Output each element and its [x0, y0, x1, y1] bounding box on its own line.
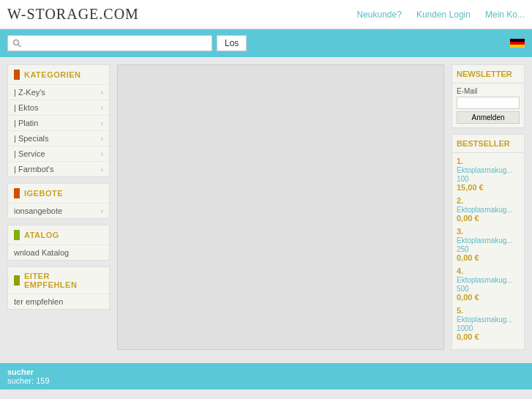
bestseller-body: 1. Ektoplasmakug... 100 15,00 € 2. Ektop…	[452, 153, 524, 349]
categories-header: KATEGORIEN	[8, 65, 109, 84]
subscribe-button[interactable]: Anmelden	[457, 111, 520, 124]
catalog-title: ATALOG	[24, 231, 59, 239]
search-input[interactable]	[24, 38, 185, 48]
category-platin[interactable]: | Platin ›	[8, 115, 109, 130]
chevron-icon: ›	[101, 165, 103, 174]
search-button[interactable]: Los	[217, 35, 247, 51]
nav-links: Neukunde? Kunden Login Mein Ko...	[357, 10, 525, 20]
catalog-section: ATALOG wnload Katalog	[7, 225, 110, 261]
logo: W-STORAGE.COM	[7, 6, 139, 23]
newsletter-section: NEWSLETTER E-Mail Anmelden	[452, 64, 525, 128]
sidebar: KATEGORIEN | Z-Key's › | Ektos › | Plati…	[7, 64, 110, 350]
header: W-STORAGE.COM Neukunde? Kunden Login Mei…	[0, 0, 532, 29]
email-label: E-Mail	[457, 87, 520, 95]
right-sidebar: NEWSLETTER E-Mail Anmelden BESTSELLER 1.…	[452, 64, 525, 350]
bestseller-item-2[interactable]: 2. Ektoplasmakug... 0,00 €	[457, 196, 520, 223]
offers-indicator	[14, 188, 20, 198]
offers-item[interactable]: ionsangebote ›	[8, 203, 109, 218]
login-link[interactable]: Kunden Login	[416, 10, 471, 20]
main-content: KATEGORIEN | Z-Key's › | Ektos › | Plati…	[0, 57, 532, 357]
search-bar: Los	[0, 29, 532, 57]
category-zkeys[interactable]: | Z-Key's ›	[8, 84, 109, 100]
chevron-icon: ›	[101, 207, 103, 215]
catalog-indicator	[14, 230, 20, 240]
footer-label: sucher	[7, 368, 525, 376]
category-ektos[interactable]: | Ektos ›	[8, 100, 109, 115]
chevron-icon: ›	[101, 119, 103, 127]
email-input[interactable]	[457, 97, 520, 109]
bestseller-header: BESTSELLER	[452, 135, 524, 153]
neukunde-link[interactable]: Neukunde?	[357, 10, 402, 20]
category-specials[interactable]: | Specials ›	[8, 130, 109, 146]
chevron-icon: ›	[101, 150, 103, 158]
chevron-icon: ›	[101, 135, 103, 143]
svg-point-0	[14, 40, 19, 45]
bestseller-title: BESTSELLER	[457, 139, 510, 148]
search-input-wrap	[7, 35, 212, 51]
svg-line-1	[18, 45, 20, 47]
konto-link[interactable]: Mein Ko...	[485, 10, 525, 20]
offers-header: IGEBOTE	[8, 184, 109, 203]
language-flag[interactable]	[510, 39, 525, 48]
categories-indicator	[14, 70, 20, 80]
footer-bar: sucher sucher: 159	[0, 363, 532, 389]
bestseller-item-1[interactable]: 1. Ektoplasmakug... 100 15,00 €	[457, 157, 520, 192]
search-icon	[12, 39, 21, 48]
category-service[interactable]: | Service ›	[8, 146, 109, 161]
chevron-icon: ›	[101, 89, 103, 97]
bestseller-section: BESTSELLER 1. Ektoplasmakug... 100 15,00…	[452, 134, 525, 350]
weiter-title: EITER EMPFEHLEN	[24, 272, 103, 289]
bestseller-item-3[interactable]: 3. Ektoplasmakug... 250 0,00 €	[457, 227, 520, 262]
weiter-item[interactable]: ter empfehlen	[8, 294, 109, 309]
bestseller-item-5[interactable]: 5. Ektoplasmakug... 1000 0,00 €	[457, 306, 520, 341]
chevron-icon: ›	[101, 104, 103, 112]
newsletter-body: E-Mail Anmelden	[452, 83, 524, 127]
offers-title: IGEBOTE	[24, 189, 63, 198]
weiter-section: EITER EMPFEHLEN ter empfehlen	[7, 266, 110, 310]
newsletter-title: NEWSLETTER	[457, 70, 512, 78]
catalog-header: ATALOG	[8, 225, 109, 245]
newsletter-header: NEWSLETTER	[452, 65, 524, 83]
bestseller-item-4[interactable]: 4. Ektoplasmakug... 500 0,00 €	[457, 266, 520, 302]
offers-section: IGEBOTE ionsangebote ›	[7, 183, 110, 219]
main-content-area	[117, 64, 444, 350]
category-farmbot[interactable]: | Farmbot's ›	[8, 161, 109, 176]
categories-section: KATEGORIEN | Z-Key's › | Ektos › | Plati…	[7, 64, 110, 177]
catalog-item[interactable]: wnload Katalog	[8, 245, 109, 260]
categories-title: KATEGORIEN	[24, 70, 81, 79]
weiter-header: EITER EMPFEHLEN	[8, 267, 109, 294]
footer-count: sucher: 159	[7, 376, 525, 385]
weiter-indicator	[14, 275, 20, 286]
